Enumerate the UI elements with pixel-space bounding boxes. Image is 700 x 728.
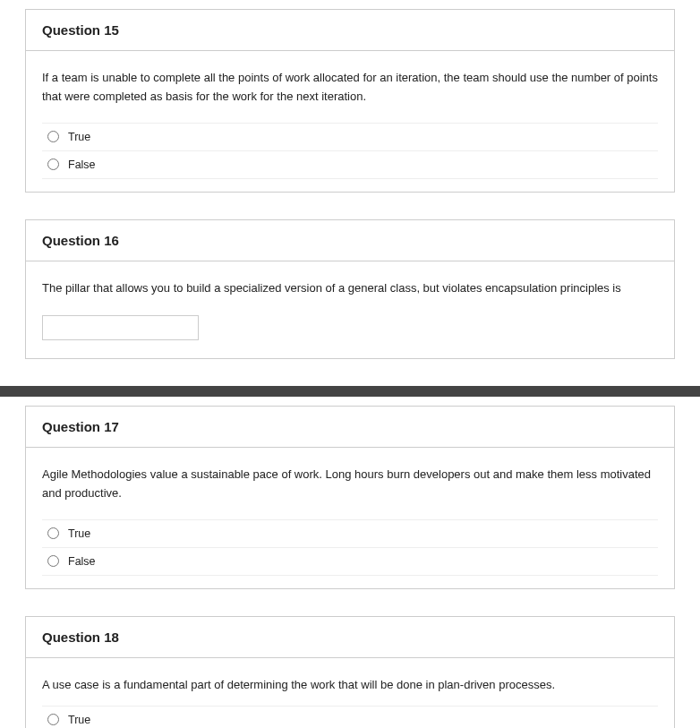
question-title: Question 16 <box>42 233 119 248</box>
question-header: Question 17 <box>26 407 674 448</box>
question-text: Agile Methodologies value a sustainable … <box>42 466 658 503</box>
radio-true[interactable] <box>47 527 59 539</box>
question-header: Question 18 <box>26 617 674 658</box>
question-text: If a team is unable to complete all the … <box>42 69 658 107</box>
question-text: A use case is a fundamental part of dete… <box>42 676 658 695</box>
option-label: True <box>68 714 90 726</box>
option-true[interactable]: True <box>42 124 658 151</box>
options-group: True False <box>42 519 658 576</box>
option-label: False <box>68 158 96 171</box>
option-label: True <box>68 131 90 143</box>
question-card: Question 17 Agile Methodologies value a … <box>25 406 675 589</box>
options-group: True False <box>42 706 658 728</box>
radio-true[interactable] <box>47 714 59 725</box>
question-header: Question 16 <box>26 220 674 261</box>
option-false[interactable]: False <box>42 548 658 576</box>
option-false[interactable]: False <box>42 151 658 179</box>
question-title: Question 18 <box>42 630 119 645</box>
option-label: True <box>68 527 90 540</box>
question-title: Question 17 <box>42 419 119 434</box>
question-card: Question 15 If a team is unable to compl… <box>25 9 675 193</box>
option-true[interactable]: True <box>42 520 658 548</box>
question-body: If a team is unable to complete all the … <box>26 51 674 192</box>
option-true[interactable]: True <box>42 707 658 728</box>
question-body: The pillar that allows you to build a sp… <box>26 261 674 359</box>
option-label: False <box>68 555 96 568</box>
section-divider <box>0 386 700 397</box>
options-group: True False <box>42 123 658 179</box>
answer-input[interactable] <box>42 315 199 340</box>
question-header: Question 15 <box>26 10 674 51</box>
radio-true[interactable] <box>47 131 59 142</box>
radio-false[interactable] <box>47 158 59 170</box>
question-body: A use case is a fundamental part of dete… <box>26 658 674 728</box>
question-card: Question 16 The pillar that allows you t… <box>25 219 675 360</box>
question-card: Question 18 A use case is a fundamental … <box>25 616 675 728</box>
question-title: Question 15 <box>42 22 119 38</box>
radio-false[interactable] <box>47 555 59 567</box>
question-text: The pillar that allows you to build a sp… <box>42 279 658 298</box>
question-body: Agile Methodologies value a sustainable … <box>26 448 674 588</box>
